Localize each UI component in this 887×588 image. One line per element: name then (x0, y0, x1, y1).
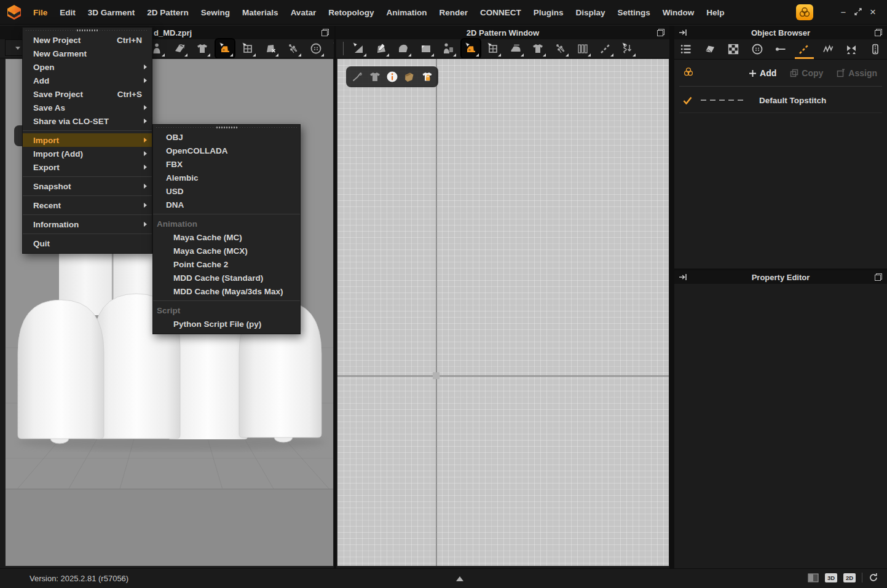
menubar-item-materials[interactable]: Materials (236, 8, 285, 17)
menu-item-maya-cache-mcx[interactable]: Maya Cache (MCX) (153, 244, 300, 257)
graphic-tab-icon[interactable] (722, 39, 745, 59)
quilting-icon[interactable] (239, 39, 257, 58)
menu-item-recent[interactable]: Recent (23, 198, 152, 212)
menu-item-usd[interactable]: USD (153, 184, 300, 198)
edit-pattern-icon[interactable] (372, 39, 390, 58)
menubar-item-file[interactable]: File (27, 8, 53, 17)
lock-shirt-icon[interactable] (419, 66, 436, 87)
menu-item-alembic[interactable]: Alembic (153, 171, 300, 184)
add-button[interactable]: Add (749, 68, 776, 78)
menu-item-snapshot[interactable]: Snapshot (23, 179, 152, 193)
menu-item-export[interactable]: Export (23, 160, 152, 174)
menubar-item-plugins[interactable]: Plugins (527, 8, 570, 17)
pattern-remove-icon[interactable] (261, 39, 280, 58)
menubar-item-animation[interactable]: Animation (380, 8, 433, 17)
menu-item-point-cache-2[interactable]: Point Cache 2 (153, 257, 300, 271)
menubar-item-3d-garment[interactable]: 3D Garment (82, 8, 141, 17)
expand-timeline-icon[interactable] (456, 576, 463, 581)
menu-item-save-project[interactable]: Save ProjectCtrl+S (23, 87, 152, 101)
menu-item-open[interactable]: Open (23, 60, 152, 74)
reset-arrangement-icon[interactable] (170, 39, 189, 58)
trace-icon[interactable] (439, 39, 457, 58)
viewport-mode-dropdown[interactable] (5, 39, 23, 56)
view-2d-badge[interactable]: 2D (843, 573, 856, 582)
menubar-item-connect[interactable]: CONNECT (474, 8, 527, 17)
topstitch-tab-icon[interactable] (792, 39, 816, 59)
menubar-item-edit[interactable]: Edit (53, 8, 82, 17)
transform-pattern-icon[interactable] (349, 39, 368, 58)
topstitch-list-item[interactable]: Default Topstitch (674, 87, 887, 113)
needle-icon[interactable] (349, 66, 366, 87)
pin-tool-icon[interactable] (551, 39, 570, 58)
button-tool-icon[interactable] (307, 39, 325, 58)
quilting-icon[interactable] (484, 39, 502, 58)
menu-item-import-add[interactable]: Import (Add) (23, 147, 152, 160)
sync-icon[interactable] (869, 573, 878, 582)
assign-button[interactable]: Assign (837, 68, 877, 78)
puckering-tab-icon[interactable] (816, 39, 840, 59)
fabric-tab-icon[interactable] (698, 39, 721, 59)
menu-item-new-garment[interactable]: New Garment (23, 47, 152, 60)
float-window-icon[interactable] (657, 29, 664, 36)
right-panel: Object Browser Add Copy Ass (674, 26, 887, 568)
info-icon[interactable] (384, 66, 401, 87)
scene-tab-icon[interactable] (674, 39, 698, 59)
topstitch-tool-icon[interactable] (596, 39, 615, 58)
fabric-swatch-icon[interactable] (401, 66, 418, 87)
menu-item-quit[interactable]: Quit (23, 237, 152, 250)
pin-tool-icon[interactable] (284, 39, 302, 58)
rect-pattern-icon[interactable] (417, 39, 435, 58)
menubar-item-help[interactable]: Help (700, 8, 730, 17)
menu-item-share-via-clo-set[interactable]: Share via CLO-SET (23, 114, 152, 128)
button-tab-icon[interactable] (745, 39, 768, 59)
menu-item-obj[interactable]: OBJ (153, 130, 300, 144)
arrangement-shirt-icon[interactable] (193, 39, 211, 58)
view-3d-badge[interactable]: 3D (825, 573, 837, 582)
minimize-button[interactable]: − (838, 7, 849, 17)
menu-item-maya-cache-mc[interactable]: Maya Cache (MC) (153, 230, 300, 244)
menu-item-mdd-cache-standard[interactable]: MDD Cache (Standard) (153, 271, 300, 284)
binding-tab-icon[interactable] (840, 39, 863, 59)
menu-item-save-as[interactable]: Save As (23, 101, 152, 114)
buttonhole-tab-icon[interactable] (769, 39, 792, 59)
maximize-button[interactable] (853, 7, 864, 17)
menu-item-opencollada[interactable]: OpenCOLLADA (153, 144, 300, 157)
panel-divider[interactable] (334, 26, 336, 568)
add-pattern-icon[interactable] (394, 39, 412, 58)
menubar-item-avatar[interactable]: Avatar (285, 8, 323, 17)
viewport-2d[interactable] (337, 58, 669, 566)
menu-item-python-script-file[interactable]: Python Script File (py) (153, 317, 300, 331)
sewing-machine-icon[interactable] (216, 39, 234, 58)
shirt-display-icon[interactable] (366, 66, 383, 87)
menu-item-information[interactable]: Information (23, 218, 152, 231)
fold-arrangement-icon[interactable] (574, 39, 592, 58)
menu-item-fbx[interactable]: FBX (153, 157, 300, 171)
menubar-item-2d-pattern[interactable]: 2D Pattern (141, 8, 195, 17)
menu-drag-handle[interactable] (153, 125, 300, 130)
float-window-icon[interactable] (875, 29, 882, 36)
menu-item-new-project[interactable]: New ProjectCtrl+N (23, 33, 152, 47)
close-button[interactable]: × (867, 7, 878, 17)
connect-app-icon[interactable] (796, 4, 813, 20)
float-window-icon[interactable] (875, 273, 882, 281)
menu-item-import[interactable]: Import (23, 133, 152, 147)
sewing-machine-icon[interactable] (462, 39, 480, 58)
menubar-item-settings[interactable]: Settings (611, 8, 656, 17)
panel-divider[interactable] (669, 26, 674, 568)
menu-item-add[interactable]: Add (23, 74, 152, 87)
flatten-icon[interactable] (507, 39, 525, 58)
menubar-item-display[interactable]: Display (569, 8, 611, 17)
menu-drag-handle[interactable] (23, 28, 152, 33)
menubar-item-render[interactable]: Render (433, 8, 474, 17)
copy-button[interactable]: Copy (790, 68, 823, 78)
zipper-tab-icon[interactable] (864, 39, 887, 59)
split-view-icon[interactable] (808, 573, 819, 582)
float-window-icon[interactable] (321, 29, 329, 36)
menubar-item-sewing[interactable]: Sewing (195, 8, 236, 17)
menu-item-mdd-cache-maya-3dsmax[interactable]: MDD Cache (Maya/3ds Max) (153, 284, 300, 298)
menubar-item-window[interactable]: Window (656, 8, 701, 17)
menubar-item-retopology[interactable]: Retopology (322, 8, 380, 17)
shirring-tool-icon[interactable] (618, 39, 637, 58)
menu-item-dna[interactable]: DNA (153, 198, 300, 211)
arrangement-shirt-icon[interactable] (529, 39, 547, 58)
